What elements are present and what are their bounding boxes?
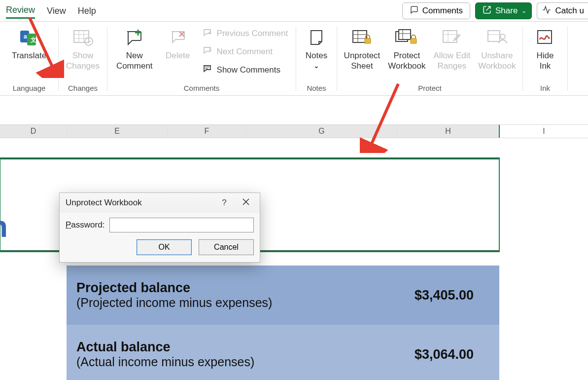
projected-amount: $3,405.00 [415,288,489,303]
projected-balance-row[interactable]: Projected balance (Projected income minu… [67,266,499,325]
svg-rect-4 [74,31,89,42]
comments-label: Comments [422,6,463,16]
ok-button[interactable]: OK [137,239,192,255]
show-comments-label: Show Comments [217,65,280,75]
allow-edit-ranges-button: Allow Edit Ranges [430,25,475,72]
dialog-titlebar[interactable]: Unprotect Workbook ? [60,193,260,213]
group-ink: Hide Ink Ink [523,22,567,95]
allow-edit-label: Allow Edit Ranges [434,50,471,72]
unprotect-workbook-dialog: Unprotect Workbook ? Password: OK Cancel [59,192,260,263]
show-changes-label: Show Changes [66,50,100,72]
projected-title: Projected balance [76,280,272,296]
new-comment-label: New Comment [116,50,153,72]
svg-rect-26 [443,31,457,42]
notes-button[interactable]: Notes ⌄ [297,25,336,70]
notes-label: Notes [306,50,327,61]
next-comment-button: Next Comment [199,44,291,59]
col-F[interactable]: F [168,125,246,138]
column-headers: D E F G H I [0,124,588,138]
delete-icon [169,27,187,48]
unshare-icon [486,27,508,48]
next-comment-label: Next Comment [217,47,273,57]
group-label-comments: Comments [107,82,296,95]
group-notes: Notes ⌄ Notes [296,22,337,95]
dialog-help-button[interactable]: ? [213,194,235,211]
ribbon: a文 Translate Language Show Changes Chang… [0,22,588,96]
group-label-ink: Ink [523,82,567,95]
allow-edit-icon [441,27,463,48]
unprotect-sheet-icon [351,27,373,48]
catch-up-label: Catch u [555,6,584,16]
unprotect-sheet-label: Unprotect Sheet [344,50,380,72]
svg-point-31 [500,34,505,39]
previous-comment-button: Previous Comment [199,26,291,41]
hide-ink-label: Hide Ink [537,50,554,72]
unshare-workbook-button: Unshare Workbook [474,25,519,72]
dialog-close-button[interactable] [235,194,257,211]
hide-ink-button[interactable]: Hide Ink [526,25,564,72]
cancel-button[interactable]: Cancel [199,239,254,255]
col-D[interactable]: D [0,125,67,138]
tab-help[interactable]: Help [78,4,96,18]
new-comment-button[interactable]: New Comment [112,25,157,72]
delete-label: Delete [166,50,190,61]
group-label-protect: Protect [337,82,522,95]
translate-button[interactable]: a文 Translate [8,25,50,61]
show-comments-icon [202,64,213,76]
protect-workbook-label: Protect Workbook [388,50,425,72]
previous-comment-icon [202,28,213,39]
new-comment-icon [124,27,145,48]
dialog-title: Unprotect Workbook [66,198,213,208]
actual-title: Actual balance [76,340,254,355]
show-changes-icon [72,27,94,48]
group-changes: Show Changes Changes [59,22,107,95]
delete-comment-button: Delete [159,25,197,61]
translate-label: Translate [12,50,46,61]
share-button[interactable]: Share ⌄ [475,2,532,19]
unprotect-sheet-button[interactable]: Unprotect Sheet [340,25,384,72]
protect-workbook-button[interactable]: Protect Workbook [384,25,429,72]
actual-balance-row[interactable]: Actual balance (Actual income minus expe… [67,325,499,380]
svg-rect-25 [411,38,416,43]
svg-text:文: 文 [30,37,36,43]
chevron-down-icon: ⌄ [313,62,319,70]
col-E[interactable]: E [67,125,168,138]
group-language: a文 Translate Language [0,22,58,95]
group-label-notes: Notes [296,82,337,95]
group-comments: New Comment Delete Previous Comment [107,22,296,95]
group-label-changes: Changes [59,82,107,95]
group-label-language: Language [0,82,58,95]
show-changes-button: Show Changes [62,25,104,72]
unshare-label: Unshare Workbook [478,50,516,72]
svg-rect-29 [488,31,500,41]
hide-ink-icon [535,27,555,48]
col-G[interactable]: G [246,125,397,138]
tab-view[interactable]: View [47,4,66,18]
actual-subtitle: (Actual income minus expenses) [76,355,254,369]
activity-icon [542,5,551,17]
next-comment-icon [202,46,213,57]
show-comments-button[interactable]: Show Comments [199,62,291,77]
protect-workbook-icon [395,27,418,48]
group-protect: Unprotect Sheet Protect Workbook Allow E… [337,22,522,95]
sheet-title-fragment: onth [0,209,8,244]
catch-up-button[interactable]: Catch u [537,2,588,19]
svg-rect-32 [538,31,552,43]
tab-review[interactable]: Review [6,3,35,19]
svg-rect-22 [399,30,411,39]
notes-icon [307,27,326,48]
svg-rect-20 [365,38,371,43]
password-field[interactable] [109,218,254,232]
share-label: Share [495,6,518,16]
comments-button[interactable]: Comments [402,2,470,19]
previous-comment-label: Previous Comment [217,29,288,38]
share-icon [483,5,491,17]
password-label: Password: [66,220,104,230]
chevron-down-icon: ⌄ [521,7,526,14]
col-I[interactable]: I [500,125,588,138]
projected-subtitle: (Projected income minus expenses) [76,296,272,310]
svg-text:a: a [24,33,27,40]
translate-icon: a文 [19,27,39,48]
close-icon [242,198,249,208]
col-H[interactable]: H [397,125,500,138]
